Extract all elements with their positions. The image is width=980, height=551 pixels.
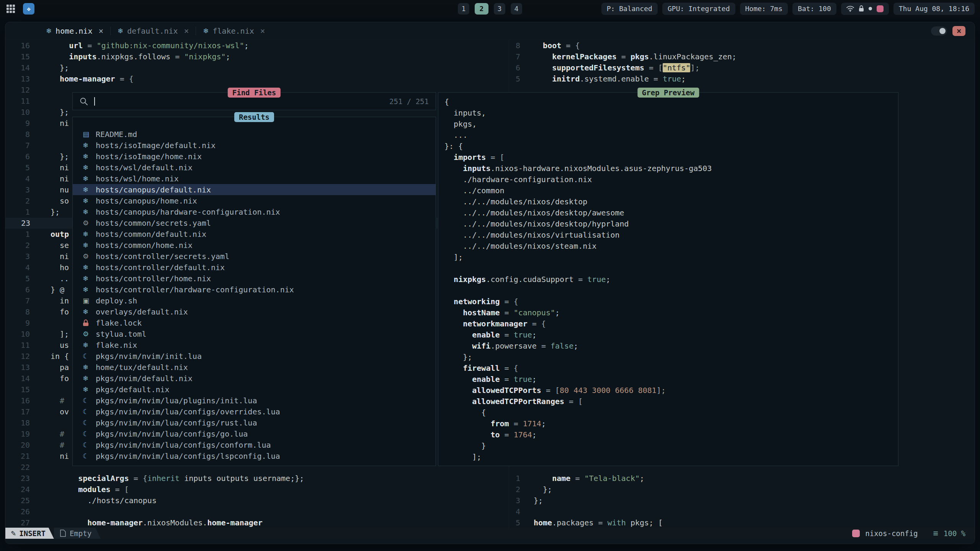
result-item[interactable]: ❄hosts/canopus/default.nix — [73, 184, 436, 195]
preview-line: wifi.powersave = false; — [444, 341, 898, 352]
result-item[interactable]: ❄hosts/common/home.nix — [73, 240, 436, 251]
result-item[interactable]: ❄pkgs/default.nix — [73, 384, 436, 395]
line-number: 2 — [5, 196, 30, 207]
result-item[interactable]: ❄home/tux/default.nix — [73, 362, 436, 373]
tab-close-icon[interactable]: × — [184, 26, 189, 36]
result-filename: flake.nix — [96, 341, 137, 350]
workspace-button-2[interactable]: 2 — [475, 3, 488, 15]
result-item[interactable]: ☾pkgs/nvim/nvim/lua/configs/go.lua — [73, 428, 436, 439]
line-number: 9 — [5, 118, 30, 129]
gpu-module[interactable]: GPU: Integrated — [662, 3, 735, 15]
result-item[interactable]: ❄hosts/controller/hardware-configuration… — [73, 284, 436, 295]
tab-close-icon[interactable]: × — [260, 26, 265, 36]
line-number: 20 — [5, 440, 30, 451]
result-item[interactable]: ⚙hosts/controller/secrets.yaml — [73, 251, 436, 262]
workspace-app-icon[interactable]: ❖ — [23, 3, 34, 15]
result-item[interactable]: ⚙hosts/common/secrets.yaml — [73, 217, 436, 228]
workspace-button-1[interactable]: 1 — [458, 3, 469, 15]
code-line[interactable]: 24 modules = [ — [5, 484, 509, 495]
code-line[interactable]: 3}; — [509, 495, 975, 506]
code-line[interactable]: 8 boot = { — [509, 40, 975, 51]
preview-line: ../../modules/nixos/desktop/hyprland — [444, 218, 898, 230]
result-item[interactable]: ❄flake.nix — [73, 339, 436, 350]
result-item[interactable]: ❄hosts/controller/default.nix — [73, 262, 436, 273]
result-item[interactable]: ❄hosts/wsl/default.nix — [73, 162, 436, 173]
result-filename: pkgs/nvim/default.nix — [96, 374, 193, 383]
code-line[interactable]: 14 }; — [5, 62, 509, 73]
result-item[interactable]: ☾pkgs/nvim/nvim/lua/configs/overrides.lu… — [73, 406, 436, 417]
result-item[interactable]: ☾pkgs/nvim/nvim/lua/configs/rust.lua — [73, 417, 436, 428]
code-line[interactable]: 5home.packages = with pkgs; [ — [509, 517, 975, 528]
code-line[interactable]: 27 home-manager.nixosModules.home-manage… — [5, 517, 509, 528]
grid-icon — [6, 4, 16, 14]
tab-flake.nix[interactable]: ❄flake.nix× — [196, 22, 272, 39]
preview-line: networking = { — [444, 296, 898, 307]
result-item[interactable]: ❄hosts/isoImage/default.nix — [73, 140, 436, 151]
latency-module[interactable]: Home: 7ms — [740, 3, 788, 15]
result-item[interactable]: ❄hosts/isoImage/home.nix — [73, 151, 436, 162]
line-text: ho — [51, 262, 69, 273]
result-item[interactable]: ⚙stylua.toml — [73, 328, 436, 339]
code-line[interactable]: 13 home-manager = { — [5, 73, 509, 85]
lua-file-icon: ☾ — [83, 441, 96, 449]
result-item[interactable]: ❄hosts/common/default.nix — [73, 228, 436, 240]
line-text: in { — [51, 351, 69, 362]
code-line[interactable]: 16 url = "github:nix-community/nixos-wsl… — [5, 40, 509, 51]
result-filename: hosts/controller/home.nix — [96, 274, 211, 283]
code-line[interactable]: 15 inputs.nixpkgs.follows = "nixpkgs"; — [5, 51, 509, 62]
find-files-prompt[interactable]: Find Files 251 / 251 — [72, 92, 436, 110]
line-number: 11 — [5, 340, 30, 351]
app-launcher-icon[interactable] — [5, 3, 16, 14]
code-line[interactable]: 26 — [5, 506, 509, 517]
code-line[interactable]: 5 initrd.systemd.enable = true; — [509, 73, 975, 85]
line-text: ni — [51, 162, 69, 173]
result-filename: pkgs/nvim/nvim/lua/configs/conform.lua — [96, 440, 271, 450]
code-line[interactable]: 7 kernelPackages = pkgs.linuxPackages_ze… — [509, 51, 975, 62]
color-swatch-icon — [877, 5, 884, 12]
editor-area: 16 url = "github:nix-community/nixos-wsl… — [5, 40, 975, 528]
result-item[interactable]: ☾pkgs/nvim/nvim/lua/configs/lspconfig.lu… — [73, 450, 436, 461]
theme-toggle[interactable] — [931, 26, 947, 36]
code-line[interactable]: 4 — [509, 506, 975, 517]
battery-module[interactable]: Bat: 100 — [792, 3, 836, 15]
lua-file-icon: ☾ — [83, 430, 96, 438]
result-item[interactable]: ☾pkgs/nvim/nvim/init.lua — [73, 350, 436, 362]
preview-line: inputs, — [444, 108, 898, 119]
clock-module[interactable]: Thu Aug 08, 18:16 — [893, 3, 975, 15]
result-item[interactable]: ❄hosts/canopus/home.nix — [73, 195, 436, 206]
preview-line — [444, 263, 898, 274]
result-item[interactable]: flake.lock — [73, 317, 436, 328]
result-item[interactable]: ❄hosts/wsl/home.nix — [73, 173, 436, 184]
result-item[interactable]: ❄hosts/controller/home.nix — [73, 273, 436, 284]
lua-file-icon: ☾ — [83, 396, 96, 404]
result-filename: pkgs/nvim/nvim/lua/configs/rust.lua — [96, 418, 257, 427]
line-text: us — [51, 340, 69, 351]
system-tray-module[interactable] — [841, 3, 889, 15]
line-text: kernelPackages = pkgs.linuxPackages_zen; — [534, 51, 737, 62]
line-number: 12 — [5, 85, 30, 96]
result-item[interactable]: ❄pkgs/nvim/default.nix — [73, 373, 436, 384]
code-line[interactable]: 6 supportedFilesystems = ["ntfs"]; — [509, 62, 975, 73]
result-item[interactable]: ▣deploy.sh — [73, 295, 436, 306]
tab-close-icon[interactable]: × — [98, 26, 103, 36]
line-text: home-manager.nixosModules.home-manager — [51, 517, 263, 528]
power-profile-module[interactable]: P: Balanced — [601, 3, 658, 15]
result-item[interactable]: ❄overlays/default.nix — [73, 306, 436, 317]
workspace-button-4[interactable]: 4 — [511, 3, 522, 15]
tab-default.nix[interactable]: ❄default.nix× — [111, 22, 196, 39]
tab-home.nix[interactable]: ❄home.nix× — [39, 22, 110, 39]
tab-label: default.nix — [127, 26, 178, 36]
app-glyph: ❖ — [27, 5, 31, 13]
result-item[interactable]: ☾pkgs/nvim/nvim/lua/configs/conform.lua — [73, 439, 436, 450]
window-close-button[interactable]: × — [952, 26, 965, 36]
code-line[interactable]: 1 name = "Tela-black"; — [509, 473, 975, 484]
result-item[interactable]: ☾pkgs/nvim/nvim/lua/plugins/init.lua — [73, 395, 436, 406]
line-number: 15 — [5, 384, 30, 395]
recording-dot-icon — [869, 7, 872, 10]
code-line[interactable]: 25 ./hosts/canopus — [5, 495, 509, 506]
code-line[interactable]: 2 }; — [509, 484, 975, 495]
workspace-button-3[interactable]: 3 — [494, 3, 505, 15]
result-item[interactable]: ▤README.md — [73, 129, 436, 140]
code-line[interactable]: 23 specialArgs = {inherit inputs outputs… — [5, 473, 509, 484]
result-item[interactable]: ❄hosts/canopus/hardware-configuration.ni… — [73, 206, 436, 217]
